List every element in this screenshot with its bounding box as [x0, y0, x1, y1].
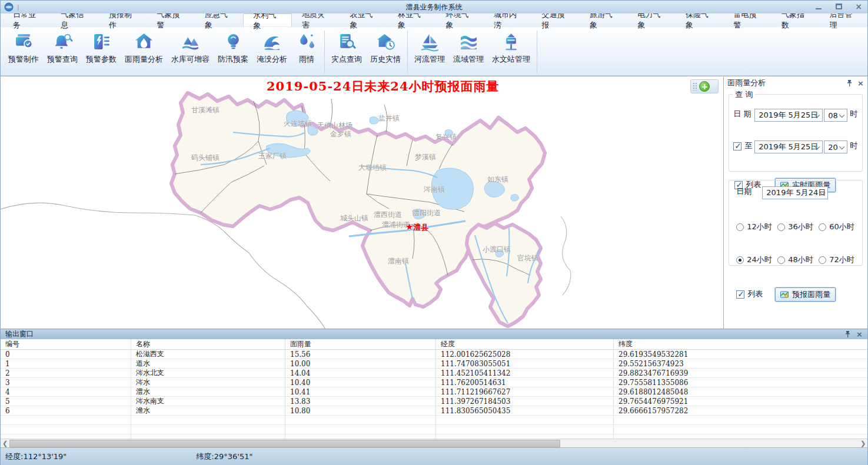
table-row[interactable]: 3涔水10.40111.7620051463129.7555811355086: [1, 378, 867, 387]
list-checkbox[interactable]: [736, 290, 744, 299]
table-cell: 10.40: [285, 378, 436, 387]
menu-item-8[interactable]: 林业气象: [388, 14, 436, 26]
menu-item-11[interactable]: 交通预报: [532, 14, 580, 26]
toolbar-button-sailboat[interactable]: 河流管理: [410, 29, 449, 74]
town-label: 大堰垱镇: [358, 163, 387, 173]
table-row[interactable]: 5涔水南支13.83111.39726718450329.76544769759…: [1, 397, 867, 406]
zoom-add-button[interactable]: +: [699, 81, 710, 92]
toolbar-label: 水文站管理: [492, 54, 530, 65]
close-panel-icon[interactable]: ×: [856, 330, 863, 339]
table-cell: 2: [1, 369, 131, 377]
toolbar-button-alert-params[interactable]: 预警参数: [82, 29, 121, 74]
menu-item-3[interactable]: 气象预警: [147, 14, 195, 26]
menu-item-15[interactable]: 雷电预警: [724, 14, 772, 26]
radio-48小时[interactable]: 48小时: [777, 255, 813, 265]
table-empty-row[interactable]: [1, 416, 867, 425]
column-header: 纬度: [614, 339, 867, 349]
menu-item-1[interactable]: 气象信息: [51, 14, 99, 26]
table-cell: 10.80: [285, 406, 436, 415]
map-title: 2019-05-24日未来24小时预报面雨量: [267, 78, 500, 95]
chevron-down-icon: [839, 112, 844, 118]
map-area[interactable]: 2019-05-24日未来24小时预报面雨量 甘溪滩镇火连坡镇天供山林场金罗镇盐…: [1, 76, 724, 329]
table-cell: 松滋西支: [131, 350, 285, 359]
radio-60小时[interactable]: 60小时: [819, 222, 854, 232]
menu-item-13[interactable]: 电力气象: [628, 14, 676, 26]
county-seat-marker: ★澧县: [405, 222, 428, 233]
menu-item-6[interactable]: 地质灾害: [292, 14, 340, 26]
toolbar-button-lightbulb[interactable]: 防汛预案: [214, 29, 252, 74]
toolbar-label: 淹没分析: [257, 54, 287, 65]
menu-item-9[interactable]: 环境气象: [436, 14, 484, 26]
toolbar-label: 预警制作: [8, 54, 39, 65]
radio-dot-icon: [819, 256, 826, 264]
table-row[interactable]: 6澹水10.80111.83056505043529.6666157957282: [1, 406, 867, 416]
hour-from-select[interactable]: 08: [824, 109, 847, 122]
house-clock-icon: [375, 31, 396, 52]
menu-item-7[interactable]: 农业气象: [340, 14, 388, 26]
date-to-select[interactable]: 2019年 5月25日: [754, 140, 823, 153]
toolbar-button-raindrops[interactable]: 雨情: [291, 29, 322, 74]
toolbar-button-reservoir[interactable]: 水库可增容: [167, 29, 214, 74]
scroll-left-icon[interactable]: ❮: [1, 439, 9, 448]
menu-item-10[interactable]: 城市内涝: [484, 14, 532, 26]
scrollbar-thumb[interactable]: [9, 440, 560, 447]
toolbar-button-bell-search[interactable]: 预警查询: [43, 29, 82, 74]
hour-suffix: 时: [850, 140, 857, 151]
toolbar-label: 预警查询: [47, 54, 78, 65]
menu-item-4[interactable]: 应急气象: [195, 14, 243, 26]
table-empty-row[interactable]: [1, 425, 867, 434]
table-cell: 111.830565050435: [436, 406, 614, 415]
menu-item-0[interactable]: 日常业务: [3, 14, 51, 26]
radio-label: 72小时: [829, 255, 854, 265]
scroll-right-icon[interactable]: ❯: [859, 439, 867, 448]
table-cell: [614, 416, 867, 424]
minimize-button[interactable]: [813, 3, 824, 11]
table-cell: 涔水北支: [131, 369, 285, 377]
to-checkbox[interactable]: [733, 142, 741, 150]
toolbar-button-hydro-station[interactable]: 水文站管理: [488, 29, 534, 74]
table-row[interactable]: 1道水10.00111.74708305505129.552156374923: [1, 359, 867, 369]
toolbar-label: 历史灾情: [370, 54, 401, 65]
toolbar-divider: [537, 31, 537, 73]
menu-item-14[interactable]: 保险气象: [676, 14, 724, 26]
toolbar-button-wave[interactable]: 淹没分析: [252, 29, 291, 74]
radio-36小时[interactable]: 36小时: [777, 222, 813, 232]
forecast-rain-button[interactable]: 预报面雨量: [775, 287, 836, 302]
table-row[interactable]: 0松滋西支15.56112.00162562502829.61935495322…: [1, 350, 867, 359]
table-row[interactable]: 2涔水北支14.04111.45210541134229.88234767169…: [1, 369, 867, 378]
toolbar-button-doc-search[interactable]: 灾点查询: [327, 29, 366, 74]
pin-icon[interactable]: [844, 330, 851, 338]
side-panel-title: 面雨量分析: [727, 78, 766, 88]
toolbar-button-waves[interactable]: 流域管理: [449, 29, 488, 74]
toolbar-group-0: 预警制作预警查询预警参数面雨量分析水库可增容防汛预案淹没分析雨情: [4, 29, 322, 74]
toolbar-button-house-clock[interactable]: 历史灾情: [366, 29, 405, 74]
toolbar-divider: [407, 31, 408, 73]
drag-handle-icon[interactable]: [693, 82, 697, 91]
pin-icon[interactable]: [846, 79, 853, 87]
table-cell: 0: [1, 350, 131, 359]
menu-item-5[interactable]: 水利气象: [243, 14, 292, 26]
menu-item-17[interactable]: 后台管理: [820, 14, 868, 26]
close-panel-icon[interactable]: ×: [857, 79, 864, 88]
hour-to-select[interactable]: 20: [824, 140, 847, 153]
date-label: 日期: [736, 186, 751, 197]
close-button[interactable]: ×: [853, 3, 864, 11]
menu-item-12[interactable]: 旅游气象: [580, 14, 628, 26]
menu-item-16[interactable]: 气象指数: [771, 14, 820, 26]
toolbar-button-alert-edit[interactable]: 预警制作: [4, 29, 43, 74]
radio-72小时[interactable]: 72小时: [819, 255, 854, 265]
table-row[interactable]: 4澧水10.41111.71121966762729.6188012485048: [1, 387, 867, 397]
town-label: 城头山镇: [340, 213, 368, 223]
toolbar-button-house-raindrop[interactable]: 面雨量分析: [121, 29, 167, 74]
forecast-date-select[interactable]: 2019年 5月24日: [762, 186, 828, 199]
radio-dot-icon: [736, 223, 744, 231]
table-cell: [436, 416, 614, 424]
radio-24小时[interactable]: 24小时: [736, 255, 772, 265]
maximize-button[interactable]: [833, 3, 844, 11]
horizontal-scrollbar[interactable]: ❮ ❯: [1, 439, 867, 447]
table-cell: 14.04: [285, 369, 436, 377]
radio-12小时[interactable]: 12小时: [736, 222, 772, 232]
date-from-select[interactable]: 2019年 5月25日: [754, 109, 823, 122]
town-label: 金罗镇: [330, 129, 351, 139]
menu-item-2[interactable]: 预报制作: [99, 14, 147, 26]
